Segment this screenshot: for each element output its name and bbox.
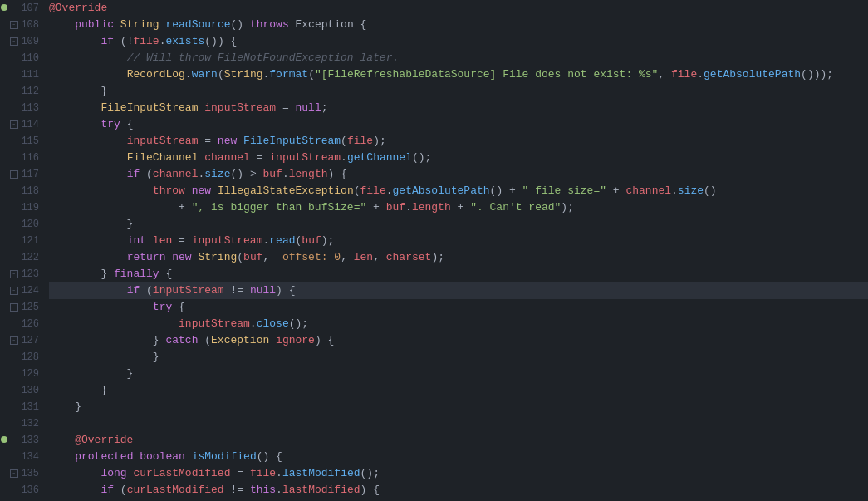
breakpoint-indicator bbox=[0, 332, 10, 349]
gutter-row: - 114 bbox=[0, 116, 46, 133]
breakpoint-indicator bbox=[0, 150, 10, 166]
code-line-125: try { bbox=[49, 299, 868, 316]
code-line-118: throw new IllegalStateException(file.get… bbox=[49, 183, 868, 199]
line-number: 130 bbox=[18, 382, 46, 399]
breakpoint-indicator bbox=[0, 199, 10, 216]
fold-icon: - bbox=[10, 116, 18, 133]
breakpoint-indicator bbox=[0, 133, 10, 150]
line-number: 122 bbox=[18, 249, 46, 266]
line-number: 125 bbox=[18, 299, 46, 316]
gutter-row: 136 bbox=[0, 482, 46, 499]
breakpoint-indicator bbox=[0, 249, 10, 266]
fold-icon bbox=[10, 0, 18, 17]
fold-icon: - bbox=[10, 33, 18, 50]
code-line-113: FileInputStream inputStream = null; bbox=[49, 100, 868, 116]
code-line-130: } bbox=[49, 382, 868, 399]
breakpoint-indicator bbox=[0, 50, 10, 66]
breakpoint-indicator bbox=[0, 116, 10, 133]
code-line-120: } bbox=[49, 216, 868, 233]
gutter-row: - 127 bbox=[0, 332, 46, 349]
line-number: 132 bbox=[18, 415, 46, 432]
breakpoint-indicator bbox=[0, 0, 10, 17]
code-line-121: int len = inputStream.read(buf); bbox=[49, 233, 868, 249]
fold-icon bbox=[10, 183, 18, 199]
code-line-112: } bbox=[49, 83, 868, 100]
code-line-116: FileChannel channel = inputStream.getCha… bbox=[49, 150, 868, 166]
fold-icon bbox=[10, 482, 18, 499]
fold-icon bbox=[10, 366, 18, 382]
line-number: 127 bbox=[18, 332, 46, 349]
line-number: 123 bbox=[18, 266, 46, 282]
code-line-135: long curLastModified = file.lastModified… bbox=[49, 465, 868, 482]
gutter-row: 112 bbox=[0, 83, 46, 100]
line-number: 113 bbox=[18, 100, 46, 116]
code-line-133: @Override bbox=[49, 432, 868, 449]
fold-icon: - bbox=[10, 17, 18, 33]
gutter-row: - 108 bbox=[0, 17, 46, 33]
line-number: 115 bbox=[18, 133, 46, 150]
fold-icon bbox=[10, 150, 18, 166]
breakpoint-indicator bbox=[0, 266, 10, 282]
breakpoint-indicator bbox=[0, 316, 10, 332]
code-area[interactable]: @Override public String readSource() thr… bbox=[46, 0, 868, 501]
breakpoint-indicator bbox=[0, 415, 10, 432]
line-number: 126 bbox=[18, 316, 46, 332]
breakpoint-indicator bbox=[0, 216, 10, 233]
breakpoint-indicator bbox=[0, 233, 10, 249]
fold-icon bbox=[10, 349, 18, 366]
line-gutter: 107 - 108 - 109 110 111 bbox=[0, 0, 46, 501]
code-line-132 bbox=[49, 415, 868, 432]
code-line-115: inputStream = new FileInputStream(file); bbox=[49, 133, 868, 150]
code-line-108: public String readSource() throws Except… bbox=[49, 17, 868, 33]
line-number: 124 bbox=[18, 282, 46, 299]
code-line-123: } finally { bbox=[49, 266, 868, 282]
gutter-row: 126 bbox=[0, 316, 46, 332]
line-number: 136 bbox=[18, 482, 46, 499]
fold-icon bbox=[10, 399, 18, 415]
gutter-row: - 125 bbox=[0, 299, 46, 316]
line-number: 112 bbox=[18, 83, 46, 100]
code-line-119: + ", is bigger than bufSize=" + buf.leng… bbox=[49, 199, 868, 216]
line-number: 110 bbox=[18, 50, 46, 66]
line-number: 133 bbox=[18, 432, 46, 449]
line-number: 117 bbox=[18, 166, 46, 183]
gutter-row: 122 bbox=[0, 249, 46, 266]
gutter-row: 116 bbox=[0, 150, 46, 166]
code-line-109: if (!file.exists()) { bbox=[49, 33, 868, 50]
code-line-111: RecordLog.warn(String.format("[FileRefre… bbox=[49, 66, 868, 83]
fold-icon bbox=[10, 432, 18, 449]
line-number: 121 bbox=[18, 233, 46, 249]
code-editor: 107 - 108 - 109 110 111 bbox=[0, 0, 868, 501]
code-line-117: if (channel.size() > buf.length) { bbox=[49, 166, 868, 183]
breakpoint-indicator bbox=[0, 66, 10, 83]
breakpoint-indicator bbox=[0, 465, 10, 482]
line-number: 120 bbox=[18, 216, 46, 233]
fold-icon bbox=[10, 216, 18, 233]
breakpoint-indicator bbox=[0, 432, 10, 449]
fold-icon bbox=[10, 199, 18, 216]
breakpoint-indicator bbox=[0, 399, 10, 415]
gutter-row: 107 bbox=[0, 0, 46, 17]
code-line-136: if (curLastModified != this.lastModified… bbox=[49, 482, 868, 499]
line-number: 111 bbox=[18, 66, 46, 83]
fold-icon bbox=[10, 449, 18, 465]
gutter-row: 115 bbox=[0, 133, 46, 150]
gutter-row: 110 bbox=[0, 50, 46, 66]
code-line-124: if (inputStream != null) { bbox=[49, 282, 868, 299]
code-line-127: } catch (Exception ignore) { bbox=[49, 332, 868, 349]
line-number: 118 bbox=[18, 183, 46, 199]
line-number: 108 bbox=[18, 17, 46, 33]
gutter-row: 133 bbox=[0, 432, 46, 449]
breakpoint-indicator bbox=[0, 282, 10, 299]
line-number: 134 bbox=[18, 449, 46, 465]
fold-icon: - bbox=[10, 299, 18, 316]
breakpoint-indicator bbox=[0, 366, 10, 382]
breakpoint-indicator bbox=[0, 382, 10, 399]
fold-icon bbox=[10, 382, 18, 399]
gutter-row: 129 bbox=[0, 366, 46, 382]
code-line-134: protected boolean isModified() { bbox=[49, 449, 868, 465]
gutter-row: 113 bbox=[0, 100, 46, 116]
breakpoint-indicator bbox=[0, 299, 10, 316]
line-number: 119 bbox=[18, 199, 46, 216]
line-number: 114 bbox=[18, 116, 46, 133]
